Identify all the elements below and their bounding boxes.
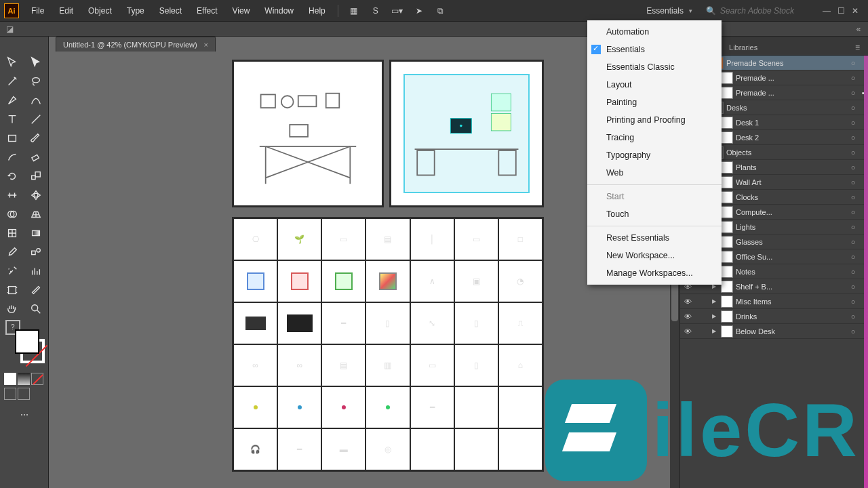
- grid-cell[interactable]: [366, 260, 410, 302]
- layer-name[interactable]: Lights: [736, 223, 848, 231]
- grid-cell[interactable]: ▯: [454, 302, 498, 344]
- eyedropper-tool[interactable]: [0, 243, 24, 262]
- target-icon[interactable]: ○: [848, 238, 859, 246]
- width-tool[interactable]: [0, 186, 24, 205]
- menu-help[interactable]: Help: [302, 3, 332, 18]
- paintbrush-tool[interactable]: [24, 129, 49, 148]
- grid-cell[interactable]: [277, 302, 321, 344]
- artboard-scene-1[interactable]: [232, 60, 384, 207]
- workspace-menu-item[interactable]: Web: [587, 164, 722, 182]
- grid-cell[interactable]: [277, 386, 321, 428]
- color-mode-normal[interactable]: [4, 373, 16, 385]
- menu-select[interactable]: Select: [153, 3, 189, 18]
- document-setup-icon[interactable]: S: [368, 3, 383, 18]
- grid-cell[interactable]: ▭: [321, 218, 366, 260]
- layer-name[interactable]: Desk 1: [736, 119, 848, 127]
- grid-cell[interactable]: [454, 428, 498, 470]
- grid-cell[interactable]: ⌂: [498, 344, 542, 386]
- target-icon[interactable]: ○: [848, 312, 859, 321]
- screen-mode-icon[interactable]: [4, 388, 16, 400]
- grid-cell[interactable]: ━: [321, 302, 366, 344]
- publish-icon[interactable]: ➤: [412, 3, 427, 18]
- components-grid[interactable]: ⎔ 🌱 ▭ ▤ │ ▭ □ ∧ ▣ ◔ ━ ▯ ⤡ ▯ ⎍: [232, 217, 544, 472]
- direct-selection-tool[interactable]: [24, 53, 49, 72]
- layer-name[interactable]: Premade ...: [736, 89, 848, 97]
- disclosure-triangle[interactable]: ▶: [710, 313, 718, 319]
- workspace-menu-item[interactable]: Manage Workspaces...: [587, 264, 722, 282]
- search-stock[interactable]: 🔍 Search Adobe Stock: [701, 6, 816, 16]
- grid-cell[interactable]: ▭: [410, 344, 454, 386]
- type-tool[interactable]: [0, 110, 24, 129]
- target-icon[interactable]: ○: [848, 134, 859, 142]
- grid-cell[interactable]: ━: [410, 386, 454, 428]
- rotate-tool[interactable]: [0, 167, 24, 186]
- close-tab-icon[interactable]: ×: [204, 41, 208, 49]
- workspace-menu-item[interactable]: Essentials: [587, 41, 722, 58]
- artboard-tool[interactable]: [0, 281, 24, 300]
- grid-cell[interactable]: [410, 428, 454, 470]
- slice-tool[interactable]: [24, 281, 49, 300]
- grid-cell[interactable]: ∧: [410, 260, 454, 302]
- target-icon[interactable]: ○: [848, 208, 859, 216]
- workspace-menu-item[interactable]: Typography: [587, 146, 722, 164]
- target-icon[interactable]: ○: [848, 119, 859, 127]
- symbol-sprayer-tool[interactable]: [0, 262, 24, 281]
- grid-cell[interactable]: ⎔: [233, 218, 277, 260]
- grid-cell[interactable]: ▣: [454, 260, 498, 302]
- layer-name[interactable]: Shelf + B...: [736, 283, 848, 291]
- tab-libraries[interactable]: Libraries: [722, 40, 765, 55]
- workspace-switcher[interactable]: Essentials: [639, 5, 699, 17]
- arrange-icon[interactable]: ⧉: [433, 3, 448, 18]
- workspace-menu-item[interactable]: Reset Essentials: [587, 229, 722, 247]
- grid-cell[interactable]: [498, 428, 542, 470]
- workspace-menu-item[interactable]: Touch: [587, 205, 722, 223]
- grid-cell[interactable]: [366, 386, 410, 428]
- layer-name[interactable]: Objects: [726, 148, 848, 157]
- menu-edit[interactable]: Edit: [52, 3, 80, 18]
- grid-cell[interactable]: [233, 302, 277, 344]
- column-graph-tool[interactable]: [24, 262, 49, 281]
- target-icon[interactable]: ○: [848, 268, 859, 276]
- target-icon[interactable]: ○: [848, 74, 859, 82]
- target-icon[interactable]: ○: [848, 178, 859, 186]
- target-icon[interactable]: ○: [848, 193, 859, 201]
- grid-cell[interactable]: [454, 386, 498, 428]
- gradient-tool[interactable]: [24, 224, 49, 243]
- magic-wand-tool[interactable]: [0, 72, 24, 91]
- layer-name[interactable]: Office Su...: [736, 253, 848, 261]
- menu-effect[interactable]: Effect: [190, 3, 224, 18]
- color-mode-none[interactable]: [31, 373, 43, 385]
- home-icon[interactable]: ◪: [4, 24, 15, 35]
- pen-tool[interactable]: [0, 91, 24, 110]
- workspace-menu-item[interactable]: Automation: [587, 23, 722, 41]
- grid-cell[interactable]: [233, 386, 277, 428]
- target-icon[interactable]: ○: [848, 59, 859, 67]
- eraser-tool[interactable]: [24, 148, 49, 167]
- workspace-menu-item[interactable]: Painting: [587, 94, 722, 111]
- gpu-icon[interactable]: ▦: [347, 3, 361, 18]
- layer-name[interactable]: Glasses: [736, 238, 848, 246]
- lasso-tool[interactable]: [24, 72, 49, 91]
- layer-name[interactable]: Drinks: [736, 312, 848, 321]
- close-icon[interactable]: ✕: [852, 6, 859, 16]
- workspace-menu-item[interactable]: Essentials Classic: [587, 58, 722, 76]
- panel-menu-icon[interactable]: ≡: [850, 40, 865, 55]
- target-icon[interactable]: ○: [848, 163, 859, 171]
- draw-mode-icon[interactable]: [18, 388, 30, 400]
- blend-tool[interactable]: [24, 243, 49, 262]
- curvature-tool[interactable]: [24, 91, 49, 110]
- grid-cell[interactable]: ▭: [454, 218, 498, 260]
- fill-stroke-swatch[interactable]: ?: [4, 323, 45, 363]
- target-icon[interactable]: ○: [848, 327, 859, 336]
- visibility-toggle[interactable]: 👁: [680, 312, 695, 321]
- rectangle-tool[interactable]: [0, 129, 24, 148]
- target-icon[interactable]: ○: [848, 89, 859, 97]
- grid-cell[interactable]: ▥: [366, 344, 410, 386]
- layer-name[interactable]: Premade ...: [736, 74, 848, 82]
- grid-cell[interactable]: ◔: [498, 260, 542, 302]
- grid-cell[interactable]: ⎍: [498, 302, 542, 344]
- color-mode-gradient[interactable]: [18, 373, 30, 385]
- grid-cell[interactable]: ▯: [366, 302, 410, 344]
- layer-row[interactable]: 👁▶Drinks○: [680, 309, 868, 324]
- mesh-tool[interactable]: [0, 224, 24, 243]
